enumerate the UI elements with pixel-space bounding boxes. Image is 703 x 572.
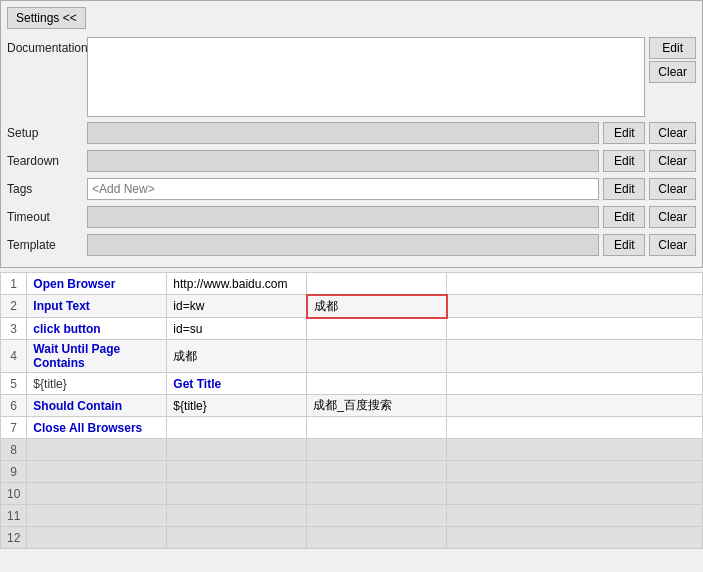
- tags-input[interactable]: [87, 178, 599, 200]
- tags-row: Tags Edit Clear: [7, 177, 696, 201]
- table-row[interactable]: 9: [1, 461, 703, 483]
- keyword-cell[interactable]: Open Browser: [27, 273, 167, 295]
- template-edit-button[interactable]: Edit: [603, 234, 645, 256]
- tags-edit-button[interactable]: Edit: [603, 178, 645, 200]
- arg3-cell[interactable]: [447, 340, 703, 373]
- template-label: Template: [7, 238, 87, 252]
- table-row[interactable]: 10: [1, 483, 703, 505]
- row-number: 3: [1, 318, 27, 340]
- timeout-label: Timeout: [7, 210, 87, 224]
- arg1-cell[interactable]: id=su: [167, 318, 307, 340]
- settings-toggle-button[interactable]: Settings <<: [7, 7, 86, 29]
- arg2-cell[interactable]: [307, 527, 447, 549]
- arg2-cell[interactable]: [307, 417, 447, 439]
- setup-input[interactable]: [87, 122, 599, 144]
- table-row[interactable]: 2Input Textid=kw成都: [1, 295, 703, 318]
- teardown-row: Teardown Edit Clear: [7, 149, 696, 173]
- timeout-edit-button[interactable]: Edit: [603, 206, 645, 228]
- row-number: 4: [1, 340, 27, 373]
- timeout-clear-button[interactable]: Clear: [649, 206, 696, 228]
- arg1-cell[interactable]: [167, 439, 307, 461]
- documentation-row: Documentation Edit Clear: [7, 37, 696, 117]
- arg3-cell[interactable]: [447, 505, 703, 527]
- documentation-input[interactable]: [87, 37, 645, 117]
- keyword-cell[interactable]: ${title}: [27, 373, 167, 395]
- table-row[interactable]: 8: [1, 439, 703, 461]
- arg1-cell[interactable]: ${title}: [167, 395, 307, 417]
- row-number: 1: [1, 273, 27, 295]
- arg1-cell[interactable]: 成都: [167, 340, 307, 373]
- arg3-cell[interactable]: [447, 461, 703, 483]
- row-number: 5: [1, 373, 27, 395]
- keyword-table-wrapper: 1Open Browserhttp://www.baidu.com2Input …: [0, 272, 703, 549]
- teardown-edit-button[interactable]: Edit: [603, 150, 645, 172]
- arg3-cell[interactable]: [447, 318, 703, 340]
- arg2-cell[interactable]: [307, 340, 447, 373]
- table-row[interactable]: 12: [1, 527, 703, 549]
- arg2-cell[interactable]: [307, 505, 447, 527]
- arg1-cell[interactable]: [167, 527, 307, 549]
- keyword-cell[interactable]: click button: [27, 318, 167, 340]
- arg1-cell[interactable]: [167, 461, 307, 483]
- keyword-cell[interactable]: [27, 527, 167, 549]
- teardown-clear-button[interactable]: Clear: [649, 150, 696, 172]
- arg2-cell[interactable]: [307, 373, 447, 395]
- table-row[interactable]: 7Close All Browsers: [1, 417, 703, 439]
- arg1-cell[interactable]: Get Title: [167, 373, 307, 395]
- tags-clear-button[interactable]: Clear: [649, 178, 696, 200]
- documentation-label: Documentation: [7, 41, 87, 55]
- arg3-cell[interactable]: [447, 273, 703, 295]
- arg1-cell[interactable]: http://www.baidu.com: [167, 273, 307, 295]
- table-row[interactable]: 6Should Contain${title}成都_百度搜索: [1, 395, 703, 417]
- table-row[interactable]: 3click buttonid=su: [1, 318, 703, 340]
- arg1-cell[interactable]: [167, 417, 307, 439]
- table-row[interactable]: 5${title}Get Title: [1, 373, 703, 395]
- arg2-cell[interactable]: [307, 273, 447, 295]
- arg2-cell[interactable]: 成都_百度搜索: [307, 395, 447, 417]
- keyword-cell[interactable]: Input Text: [27, 295, 167, 318]
- teardown-input[interactable]: [87, 150, 599, 172]
- timeout-input[interactable]: [87, 206, 599, 228]
- table-row[interactable]: 4Wait Until Page Contains成都: [1, 340, 703, 373]
- arg1-cell[interactable]: id=kw: [167, 295, 307, 318]
- row-number: 9: [1, 461, 27, 483]
- keyword-cell[interactable]: Should Contain: [27, 395, 167, 417]
- row-number: 12: [1, 527, 27, 549]
- arg2-cell[interactable]: [307, 461, 447, 483]
- keyword-cell[interactable]: Wait Until Page Contains: [27, 340, 167, 373]
- arg2-cell[interactable]: 成都: [307, 295, 447, 318]
- arg3-cell[interactable]: [447, 295, 703, 318]
- arg2-cell[interactable]: [307, 483, 447, 505]
- row-number: 10: [1, 483, 27, 505]
- template-clear-button[interactable]: Clear: [649, 234, 696, 256]
- setup-clear-button[interactable]: Clear: [649, 122, 696, 144]
- template-input[interactable]: [87, 234, 599, 256]
- arg3-cell[interactable]: [447, 373, 703, 395]
- row-number: 2: [1, 295, 27, 318]
- keyword-cell[interactable]: [27, 505, 167, 527]
- arg3-cell[interactable]: [447, 395, 703, 417]
- table-row[interactable]: 11: [1, 505, 703, 527]
- tags-label: Tags: [7, 182, 87, 196]
- arg1-cell[interactable]: [167, 505, 307, 527]
- keyword-cell[interactable]: Close All Browsers: [27, 417, 167, 439]
- documentation-edit-button[interactable]: Edit: [649, 37, 696, 59]
- table-row[interactable]: 1Open Browserhttp://www.baidu.com: [1, 273, 703, 295]
- arg3-cell[interactable]: [447, 483, 703, 505]
- row-number: 6: [1, 395, 27, 417]
- arg2-cell[interactable]: [307, 318, 447, 340]
- setup-edit-button[interactable]: Edit: [603, 122, 645, 144]
- arg3-cell[interactable]: [447, 417, 703, 439]
- documentation-buttons: Edit Clear: [649, 37, 696, 83]
- arg3-cell[interactable]: [447, 527, 703, 549]
- keyword-table: 1Open Browserhttp://www.baidu.com2Input …: [0, 272, 703, 549]
- arg2-cell[interactable]: [307, 439, 447, 461]
- keyword-cell[interactable]: [27, 439, 167, 461]
- keyword-cell[interactable]: [27, 461, 167, 483]
- arg3-cell[interactable]: [447, 439, 703, 461]
- arg1-cell[interactable]: [167, 483, 307, 505]
- row-number: 11: [1, 505, 27, 527]
- keyword-cell[interactable]: [27, 483, 167, 505]
- documentation-clear-button[interactable]: Clear: [649, 61, 696, 83]
- setup-row: Setup Edit Clear: [7, 121, 696, 145]
